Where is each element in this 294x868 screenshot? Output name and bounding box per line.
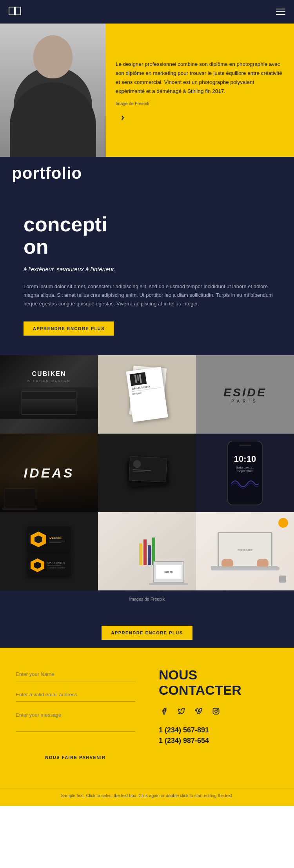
contact-heading: NOUS CONTACTER (159, 667, 278, 698)
svg-rect-0 (9, 7, 15, 15)
hero-title-bar: portfolio (0, 157, 294, 190)
cubiken-sub: KITCHEN DESIGN (27, 379, 71, 383)
portfolio-credit: Images de Freepik (0, 590, 294, 607)
person-body (10, 82, 96, 157)
hero-description: Le designer professionnel combine son di… (116, 60, 282, 96)
portfolio-item-1[interactable]: CUBIKEN KITCHEN DESIGN (0, 355, 98, 434)
contact-section: NOUS FAIRE PARVENIR NOUS CONTACTER (0, 648, 294, 788)
submit-button[interactable]: NOUS FAIRE PARVENIR (16, 750, 135, 764)
social-icons-group (159, 706, 278, 717)
right-hand (257, 559, 269, 567)
portfolio-item-8[interactable]: screen (98, 512, 196, 590)
footer-note: Sample text. Click to select the text bo… (0, 788, 294, 806)
dark-cards-image (98, 434, 196, 512)
cubiken-image: CUBIKEN KITCHEN DESIGN (0, 355, 98, 434)
card-front: John A. Moretti Designer (126, 367, 168, 422)
conception-heading: conception (24, 213, 278, 258)
conception-section: conception à l'extérieur, savoureux à l'… (0, 190, 294, 355)
facebook-icon[interactable] (159, 706, 170, 717)
credit-text: Images de Freepik (129, 597, 165, 601)
pencil-3 (148, 545, 151, 565)
open-book-icon (9, 5, 21, 16)
menu-line-2 (276, 11, 285, 12)
eside-image: ESIDE PARIS (223, 386, 267, 403)
instagram-icon[interactable] (211, 706, 221, 717)
image-credit: Image de Freepik (116, 100, 282, 107)
phone-image: 10:10 Saturday, 11 September (227, 441, 263, 505)
pencil-2 (143, 539, 147, 565)
message-textarea[interactable] (16, 708, 135, 732)
office-image: screen (98, 512, 196, 590)
phone-1: 1 (234) 567-891 (159, 726, 278, 734)
paris-text: PARIS (223, 399, 267, 403)
nav-logo[interactable] (9, 5, 21, 18)
footer-text: Sample text. Click to select the text bo… (8, 793, 286, 798)
portfolio-item-6[interactable]: 10:10 Saturday, 11 September (196, 434, 294, 512)
person-head (33, 35, 73, 78)
svg-point-4 (215, 710, 217, 712)
conception-body: Lorem ipsum dolor sit amet, consectetur … (24, 282, 278, 308)
hero-photo (0, 24, 106, 157)
phone-wave (231, 476, 259, 492)
hero-arrow-button[interactable]: › (116, 110, 130, 124)
svg-rect-1 (15, 7, 21, 15)
conception-learn-more-button[interactable]: APPRENDRE ENCORE PLUS (24, 321, 114, 336)
phone-numbers-group: 1 (234) 567-891 1 (234) 987-654 (159, 726, 278, 745)
ideas-text: IDEas (24, 465, 74, 481)
name-input[interactable] (16, 667, 135, 681)
hex-logo-image: DESIGN MARK SMITH Creative Director (4, 516, 94, 587)
pencil-1 (139, 543, 142, 565)
email-input[interactable] (16, 688, 135, 702)
svg-rect-3 (213, 708, 219, 714)
left-hand (221, 559, 233, 567)
hero-text-block: Le designer professionnel combine son di… (106, 24, 294, 157)
twitter-icon[interactable] (176, 706, 187, 717)
portfolio-item-2[interactable]: John A. Moretti Designer (98, 355, 196, 434)
hexagon-logo-shape (31, 532, 46, 547)
cubiken-brand: CUBIKEN (32, 370, 66, 378)
hands (221, 559, 269, 567)
portfolio-item-7[interactable]: DESIGN MARK SMITH Creative Director (0, 512, 98, 590)
eside-text: ESIDE (223, 386, 267, 399)
portfolio-learn-more-button[interactable]: APPRENDRE ENCORE PLUS (102, 626, 192, 640)
portfolio-item-4[interactable]: IDEas (0, 434, 98, 512)
phone-2: 1 (234) 987-654 (159, 737, 278, 745)
workspace-image: workspace (196, 512, 294, 590)
hamburger-menu-button[interactable] (276, 9, 285, 15)
portfolio-item-9[interactable]: workspace (196, 512, 294, 590)
hero-image-wrapper (0, 24, 106, 157)
menu-line-3 (276, 14, 285, 15)
vimeo-icon[interactable] (193, 706, 204, 717)
conception-subtitle: à l'extérieur, savoureux à l'intérieur. (24, 264, 278, 274)
navigation (0, 0, 294, 24)
ideas-image: IDEas (0, 434, 98, 512)
pencils (139, 538, 155, 565)
svg-point-5 (218, 709, 218, 710)
portfolio-learn-more-wrapper: APPRENDRE ENCORE PLUS (0, 607, 294, 648)
portfolio-grid: CUBIKEN KITCHEN DESIGN (0, 355, 294, 590)
hero-section: Le designer professionnel combine son di… (0, 24, 294, 157)
portfolio-item-3[interactable]: ESIDE PARIS (196, 355, 294, 434)
phone-time: 10:10 (234, 454, 256, 464)
contact-info: NOUS CONTACTER (151, 667, 278, 745)
contact-form: NOUS FAIRE PARVENIR (16, 667, 135, 764)
phone-date: Saturday, 11 September (228, 466, 262, 473)
portfolio-item-5[interactable] (98, 434, 196, 512)
menu-line-1 (276, 9, 285, 9)
hero-title: portfolio (12, 164, 282, 183)
business-cards-image: John A. Moretti Designer (129, 369, 165, 420)
